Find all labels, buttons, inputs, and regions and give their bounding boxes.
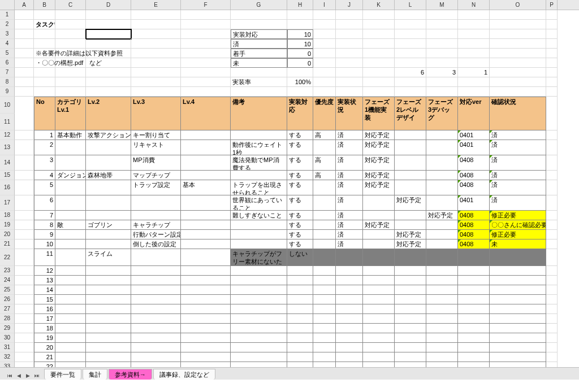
sheet-tabs: ⏮ ◀ ▶ ⏭ 要件一覧 集計 参考資料→ 議事録、設定など xyxy=(0,367,579,380)
spreadsheet: A B C D E F G H I J K L M N O P 12345678… xyxy=(0,0,579,380)
active-cell[interactable] xyxy=(86,29,131,39)
column-headers[interactable]: A B C D E F G H I J K L M N O P xyxy=(0,0,579,10)
nav-last-icon[interactable]: ⏭ xyxy=(33,372,41,380)
tab-minutes[interactable]: 議事録、設定など xyxy=(153,369,215,380)
nav-prev-icon[interactable]: ◀ xyxy=(15,372,23,380)
grid-area[interactable]: タスク管理実装対応10済10※各要件の詳細は以下資料参照着手0・〇〇の構想.pd… xyxy=(15,10,558,380)
tab-requirements[interactable]: 要件一覧 xyxy=(44,369,81,380)
nav-first-icon[interactable]: ⏮ xyxy=(6,372,14,380)
tab-summary[interactable]: 集計 xyxy=(83,369,107,380)
nav-next-icon[interactable]: ▶ xyxy=(24,372,32,380)
tab-reference[interactable]: 参考資料→ xyxy=(109,369,152,380)
row-headers[interactable]: 1234567891011121314151617181920212223242… xyxy=(0,10,15,380)
tab-nav[interactable]: ⏮ ◀ ▶ ⏭ xyxy=(2,372,44,380)
